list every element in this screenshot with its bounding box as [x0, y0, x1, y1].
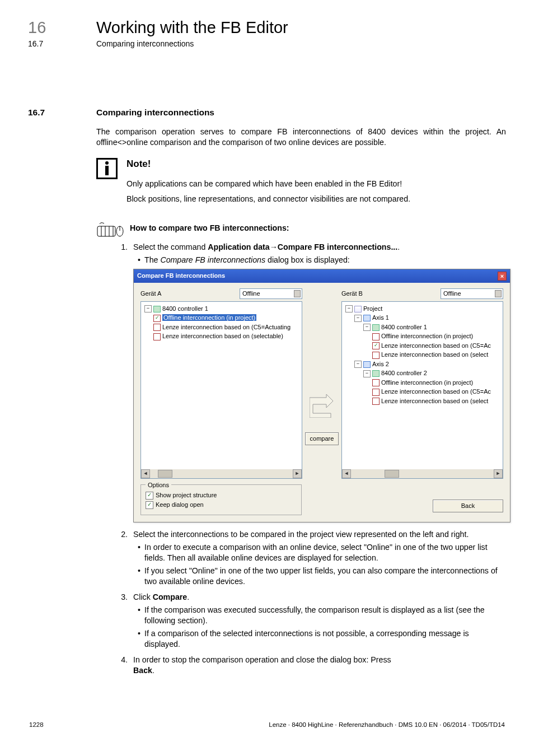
options-group: Options Show project structure Keep dial…	[140, 484, 302, 515]
close-icon[interactable]: ×	[498, 272, 507, 281]
double-arrow-icon	[310, 393, 334, 418]
show-structure-checkbox[interactable]	[146, 492, 153, 500]
intro-paragraph: The comparison operation serves to compa…	[96, 127, 506, 148]
step-1-sub: The Compare FB interconnections dialog b…	[144, 255, 506, 265]
step-2-sub: If you select "Online" in one of the two…	[144, 566, 506, 587]
procedure-title: How to compare two FB interconnections:	[130, 223, 289, 234]
back-button[interactable]: Back	[433, 500, 503, 512]
device-b-label: Gerät B	[341, 290, 441, 298]
device-a-label: Gerät A	[140, 290, 240, 298]
section-number-top: 16.7	[28, 39, 96, 49]
info-icon	[96, 158, 118, 179]
step-4: In order to stop the comparison operatio…	[130, 655, 506, 676]
chapter-number: 16	[28, 17, 96, 39]
keep-open-checkbox[interactable]	[146, 501, 153, 509]
note-heading: Note!	[127, 158, 506, 171]
mouse-icon	[96, 222, 124, 235]
divider: _ _ _ _ _ _ _ _ _ _ _ _ _ _ _ _ _ _ _ _ …	[28, 68, 506, 77]
note-line: Block positions, line representations, a…	[127, 194, 506, 204]
step-3: Click Compare. If the comparison was exe…	[130, 592, 506, 650]
step-2-sub: In order to execute a comparison with an…	[144, 542, 506, 563]
step-3-sub: If the comparison was executed successfu…	[144, 605, 506, 626]
chapter-title: Working with the FB Editor	[96, 17, 288, 39]
page-number: 1228	[29, 721, 44, 730]
note-line: Only applications can be compared which …	[127, 179, 506, 189]
device-b-tree[interactable]: −Project −Axis 1 −8400 controller 1	[341, 301, 503, 479]
compare-dialog: Compare FB interconnections × Gerät A Of…	[133, 269, 510, 522]
device-b-mode-select[interactable]: Offline	[441, 288, 503, 299]
dialog-title: Compare FB interconnections	[137, 272, 225, 281]
device-a-mode-select[interactable]: Offline	[240, 288, 302, 299]
section-heading: Comparing interconnections	[96, 107, 214, 119]
step-1: Select the command Application dataCompa…	[130, 242, 506, 522]
step-2: Select the interconnections to be compar…	[130, 529, 506, 587]
note-box: Note! Only applications can be compared …	[96, 158, 506, 209]
svg-rect-0	[97, 226, 115, 236]
section-number: 16.7	[28, 107, 96, 119]
device-a-tree[interactable]: −8400 controller 1 Offline interconnecti…	[140, 301, 302, 479]
section-title-top: Comparing interconnections	[96, 39, 194, 49]
step-3-sub: If a comparison of the selected intercon…	[144, 628, 506, 650]
footer-meta: Lenze · 8400 HighLine · Referenzhandbuch…	[269, 721, 505, 730]
compare-button[interactable]: compare	[305, 432, 339, 445]
